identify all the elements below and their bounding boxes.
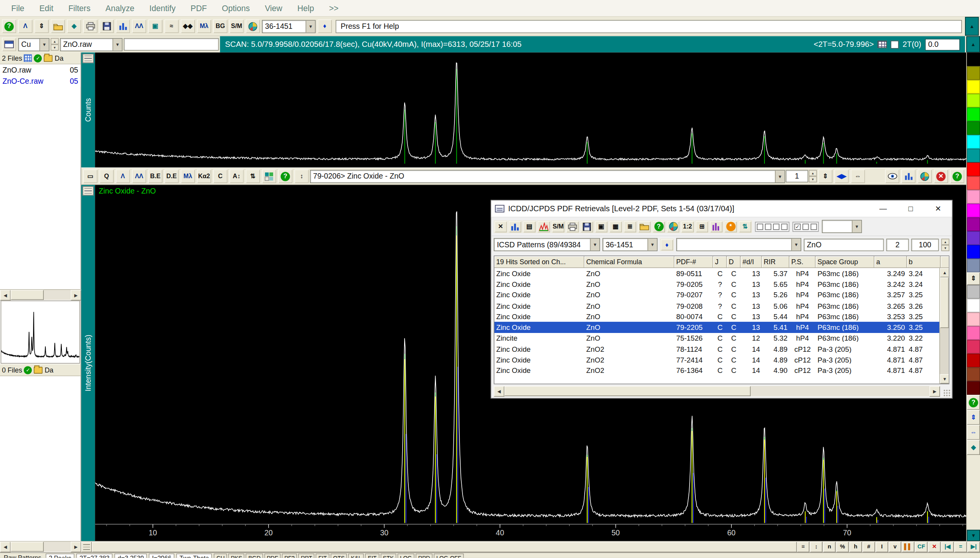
status-button-log[interactable]: LOG (398, 553, 415, 558)
scroll-leftright-icon[interactable]: ⇔ (967, 425, 980, 440)
menu-pdf[interactable]: PDF (183, 3, 214, 13)
filter-field[interactable] (124, 38, 219, 51)
centroid-icon[interactable]: C (212, 169, 228, 184)
scrollbar-thumb[interactable] (11, 290, 44, 300)
peak-list-icon[interactable]: ΛΛ (131, 169, 147, 184)
column-header-1[interactable]: 19 Hits Sorted on Ch... (494, 256, 584, 268)
help-icon[interactable]: ? (1, 19, 17, 34)
limit-input[interactable]: 100 (911, 238, 939, 251)
scrollbar-track[interactable] (940, 277, 949, 374)
file-combo[interactable]: ZnO.raw (60, 38, 123, 51)
palette-color[interactable] (967, 53, 980, 66)
palette-color[interactable] (967, 66, 980, 80)
palette-color[interactable] (967, 285, 980, 299)
zoom-icon[interactable]: Q (99, 169, 114, 184)
pdf-overlay-combo[interactable]: 79-0206> Zinc Oxide - ZnO (310, 170, 785, 183)
view-button[interactable]: v (889, 542, 901, 553)
scrollbar-thumb[interactable] (11, 542, 44, 552)
print-icon[interactable] (83, 19, 98, 34)
help-icon[interactable]: ? (949, 169, 965, 184)
table-icon[interactable]: ▦ (609, 220, 623, 233)
status-button-stk[interactable]: STK (380, 553, 396, 558)
two-theta-zero-checkbox[interactable] (891, 40, 899, 48)
normalize-button[interactable]: n (823, 542, 836, 553)
palette-color[interactable] (967, 162, 980, 176)
window-icon[interactable] (1, 37, 17, 52)
palette-color[interactable] (967, 217, 980, 231)
palette-color[interactable] (967, 176, 980, 190)
spin-updown-icon[interactable]: ↕ (810, 542, 822, 553)
ka2-strip-icon[interactable]: Kα2 (196, 169, 212, 184)
formula-input[interactable]: ZnO (804, 238, 884, 251)
menu-identify[interactable]: Identify (142, 3, 183, 13)
print-icon[interactable] (565, 220, 579, 233)
chevron-down-icon[interactable] (590, 238, 599, 250)
overlay-diamond-icon[interactable]: ◈ (66, 19, 82, 34)
palette-color[interactable] (967, 259, 980, 273)
palette-color[interactable] (967, 231, 980, 245)
tile-quad-icon[interactable] (261, 169, 277, 184)
table-row[interactable]: Zinc OxideZnO276-1364CC144.90cP12Pa-3 (2… (494, 365, 939, 376)
table-row[interactable]: Zinc OxideZnO80-0074CC135.44hP4P63mc (18… (494, 311, 939, 322)
status-button-ots[interactable]: OTS (331, 553, 347, 558)
pdf-number-combo[interactable]: 36-1451 (602, 238, 657, 251)
wavelength-icon[interactable]: Mλ (180, 169, 196, 184)
first-page-icon[interactable]: |◀ (941, 542, 954, 553)
filter-checkbox-3[interactable] (811, 224, 817, 230)
background-icon[interactable]: BG (212, 19, 228, 34)
filter-checkbox-2[interactable] (803, 224, 809, 230)
overlay-spinner-icon[interactable]: ↕ (294, 169, 310, 184)
flag-checkbox-3[interactable] (773, 224, 779, 230)
status-button-pf[interactable]: PF? (282, 553, 297, 558)
check-icon[interactable] (34, 54, 42, 62)
palette-color[interactable] (967, 190, 980, 204)
help-icon[interactable]: ? (652, 220, 666, 233)
help-icon[interactable]: ? (277, 169, 293, 184)
scroll-left-icon[interactable] (0, 290, 11, 301)
status-button-pdf[interactable]: PDF (264, 553, 280, 558)
close-button[interactable]: ✕ (924, 200, 952, 217)
palette-color[interactable] (967, 381, 980, 395)
scroll-up-icon[interactable] (940, 268, 949, 277)
status-button-rpd[interactable]: RPD (416, 553, 433, 558)
scroll-updown-icon[interactable]: ⇕ (967, 410, 980, 425)
column-header-7[interactable]: RIR (762, 256, 789, 268)
status-button-eit[interactable]: EIT (365, 553, 379, 558)
close-x-icon[interactable]: ✕ (928, 542, 941, 553)
column-header-9[interactable]: Space Group (816, 256, 874, 268)
limit-stepper[interactable] (941, 238, 949, 251)
table-vertical-scrollbar[interactable] (939, 268, 948, 384)
pdf-diamond-icon[interactable]: ♦ (660, 238, 674, 251)
chart-icon[interactable] (900, 169, 916, 184)
eye-icon[interactable] (884, 169, 900, 184)
scrollbar-track[interactable] (504, 386, 929, 396)
list-icon[interactable]: ≣ (623, 220, 637, 233)
menu-help[interactable]: Help (290, 3, 322, 13)
chart-scrollbar-track[interactable] (92, 542, 797, 553)
element-count-input[interactable]: 2 (886, 238, 909, 251)
scroll-grip-icon[interactable] (81, 542, 92, 553)
percent-button[interactable]: % (836, 542, 849, 553)
status-button-fit[interactable]: FIT (316, 553, 329, 558)
palette-color[interactable] (967, 149, 980, 162)
chart-icon[interactable]: ▌▌ (902, 542, 915, 553)
stack-count-stepper[interactable] (809, 170, 817, 183)
raw-pattern-plot[interactable] (95, 53, 966, 167)
folder-icon[interactable] (637, 220, 651, 233)
chevron-down-icon[interactable] (775, 170, 784, 182)
extra-combo[interactable] (822, 220, 862, 233)
scale-peaks-icon[interactable]: A↕ (229, 169, 244, 184)
menu-filters[interactable]: Filters (61, 3, 98, 13)
palette-color[interactable] (967, 340, 980, 354)
file-row[interactable]: ZnO-Ce.raw05 (0, 76, 81, 87)
chevron-down-icon[interactable] (791, 238, 801, 250)
table-row[interactable]: Zinc OxideZnO278-1124CC144.89cP12Pa-3 (2… (494, 344, 939, 354)
retrieval-peaks-icon[interactable] (537, 220, 551, 233)
diamond-icon[interactable]: ◆ (967, 440, 980, 455)
two-theta-zero-input[interactable]: 0.0 (925, 38, 960, 50)
pdf-diamond-icon[interactable]: ♦ (317, 19, 333, 34)
flag-checkbox-1[interactable] (757, 224, 763, 230)
menu-icon[interactable]: ≡ (797, 542, 809, 553)
stack-count-field[interactable]: 1 (786, 170, 808, 183)
scrollbar-thumb[interactable] (940, 277, 949, 328)
